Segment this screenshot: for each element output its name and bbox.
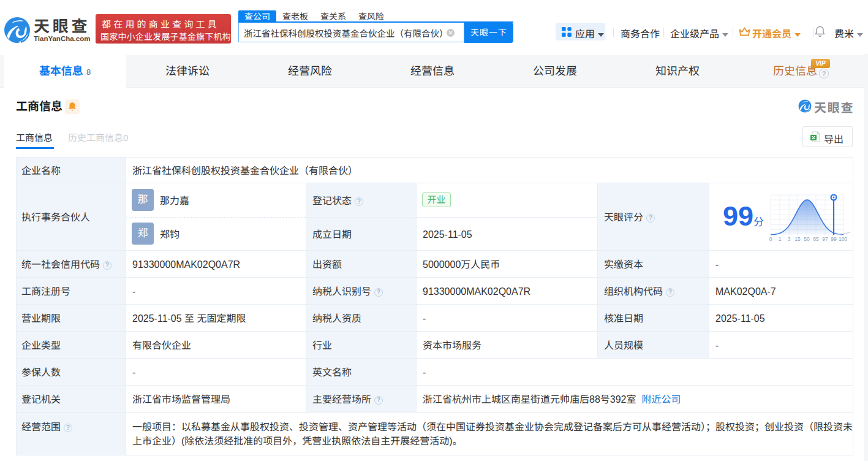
svg-text:1: 1 <box>779 236 782 242</box>
svg-text:97: 97 <box>822 236 828 242</box>
svg-text:100: 100 <box>839 236 847 242</box>
svg-text:15: 15 <box>794 236 801 242</box>
svg-text:85: 85 <box>813 236 819 242</box>
svg-text:3: 3 <box>788 236 791 242</box>
svg-text:99: 99 <box>831 236 837 242</box>
svg-text:50: 50 <box>804 236 810 242</box>
svg-text:0: 0 <box>769 236 772 242</box>
